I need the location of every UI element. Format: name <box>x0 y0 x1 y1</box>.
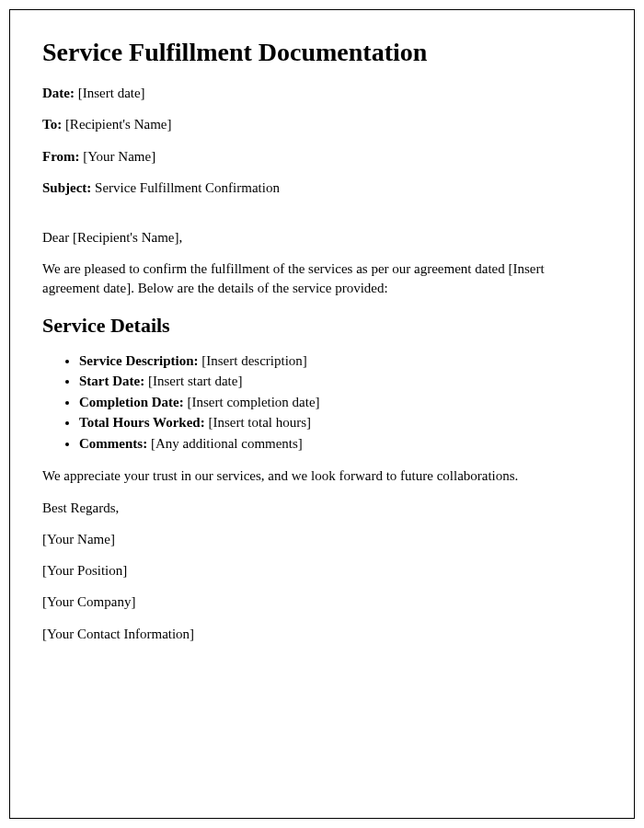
detail-comments-label: Comments: <box>79 436 147 451</box>
to-label: To: <box>42 117 62 132</box>
detail-completion-value: [Insert completion date] <box>184 395 320 409</box>
from-label: From: <box>42 149 80 164</box>
from-value: [Your Name] <box>80 149 156 164</box>
service-details-heading: Service Details <box>42 314 602 338</box>
subject-line: Subject: Service Fulfillment Confirmatio… <box>42 178 602 197</box>
signoff-block: Best Regards, [Your Name] [Your Position… <box>42 499 602 643</box>
service-details-list: Service Description: [Insert description… <box>42 351 602 454</box>
detail-hours-label: Total Hours Worked: <box>79 415 205 430</box>
detail-comments: Comments: [Any additional comments] <box>79 433 602 454</box>
detail-completion-date: Completion Date: [Insert completion date… <box>79 392 602 413</box>
to-line: To: [Recipient's Name] <box>42 115 602 133</box>
closing-paragraph: We appreciate your trust in our services… <box>42 466 602 485</box>
sender-position: [Your Position] <box>42 561 602 580</box>
document-container: Service Fulfillment Documentation Date: … <box>9 9 635 819</box>
intro-paragraph: We are pleased to confirm the fulfillmen… <box>42 259 602 297</box>
detail-description-value: [Insert description] <box>199 353 307 368</box>
sender-name: [Your Name] <box>42 530 602 548</box>
detail-description-label: Service Description: <box>79 353 199 368</box>
detail-comments-value: [Any additional comments] <box>147 436 303 451</box>
sender-company: [Your Company] <box>42 592 602 611</box>
salutation: Dear [Recipient's Name], <box>42 228 602 247</box>
spacer <box>42 210 602 228</box>
to-value: [Recipient's Name] <box>62 117 171 132</box>
date-label: Date: <box>42 86 75 100</box>
detail-start-label: Start Date: <box>79 374 144 388</box>
date-value: [Insert date] <box>75 86 145 100</box>
detail-hours-value: [Insert total hours] <box>205 415 311 430</box>
detail-start-value: [Insert start date] <box>144 374 242 388</box>
sender-contact: [Your Contact Information] <box>42 625 602 643</box>
detail-completion-label: Completion Date: <box>79 395 184 409</box>
subject-label: Subject: <box>42 180 91 195</box>
detail-description: Service Description: [Insert description… <box>79 351 602 372</box>
date-line: Date: [Insert date] <box>42 84 602 102</box>
detail-hours: Total Hours Worked: [Insert total hours] <box>79 412 602 433</box>
from-line: From: [Your Name] <box>42 147 602 166</box>
regards: Best Regards, <box>42 499 602 517</box>
detail-start-date: Start Date: [Insert start date] <box>79 371 602 392</box>
document-title: Service Fulfillment Documentation <box>42 38 602 67</box>
subject-value: Service Fulfillment Confirmation <box>91 180 280 195</box>
